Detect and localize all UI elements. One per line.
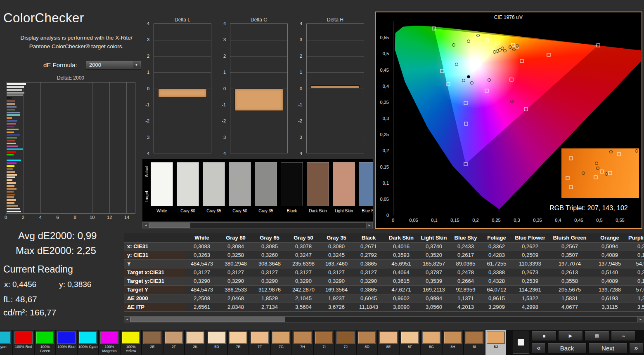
deltae-bar (7, 179, 12, 181)
current-reading-label: Current Reading (3, 264, 73, 275)
deltae-bar (7, 134, 20, 136)
patch-label: 100% Cyan (78, 345, 98, 349)
colorchecker-app: ColorChecker Display analysis is perform… (0, 0, 644, 355)
next-button[interactable]: Next (588, 343, 627, 353)
cie-inset-zoom (561, 148, 639, 198)
de-formula-dropdown[interactable]: 2000 ▼ (86, 60, 141, 70)
patch-tile-100-cyan[interactable]: 100% Cyan (78, 330, 98, 355)
scroll-right-icon[interactable]: ► (366, 223, 372, 228)
scrollbar-thumb[interactable] (130, 317, 285, 322)
measurement-marker (455, 63, 458, 66)
back-chevron-button[interactable]: « (532, 343, 546, 353)
table-cell: 0,3362 (481, 242, 512, 251)
patch-tile-100-magenta[interactable]: 100% Magenta (99, 330, 120, 355)
scrollbar-thumb[interactable] (149, 223, 190, 228)
y-value: y: 0,3836 (59, 280, 91, 289)
table-cell: 0,2622 (512, 242, 548, 251)
scroll-right-icon[interactable]: ► (637, 317, 644, 322)
delta-h-y-axis: 43210-1-2-3-4 (293, 24, 304, 153)
deltae-bar (7, 92, 24, 94)
measurement-marker (470, 81, 474, 85)
patch-label: 100% Magenta (99, 345, 120, 353)
play-button[interactable]: ▶ (558, 331, 583, 341)
gridline (154, 40, 211, 40)
table-cell: 0,3127 (286, 268, 320, 277)
patch-tile-8e[interactable]: 8E (378, 330, 399, 355)
deltae-bar (7, 129, 19, 130)
table-cell: 197,7074 (548, 259, 591, 268)
patch-tile-8f[interactable]: 8F (400, 330, 420, 355)
table-cell: 0,6045 (353, 294, 385, 303)
axis-tick-label: 4 (215, 21, 226, 26)
target-marker (432, 27, 436, 31)
inset-measurement-marker (595, 162, 598, 165)
next-chevron-button[interactable]: » (629, 343, 643, 353)
back-button[interactable]: Back (547, 343, 587, 353)
patch-tile-8j[interactable]: 8J (485, 330, 506, 355)
patch-tile-100-blue[interactable]: 100% Blue (56, 330, 77, 355)
patch-label: 8G (429, 345, 434, 349)
table-cell: 0,5094 (591, 242, 628, 251)
patch-tile-8d[interactable]: 8D (357, 330, 377, 355)
patch-color (379, 331, 398, 344)
table-cell: 0,3558 (548, 277, 591, 285)
patch-tile-8h[interactable]: 8H (443, 330, 463, 355)
patch-tile-7h[interactable]: 7H (292, 330, 313, 355)
patch-tile-5d[interactable]: 5D (206, 330, 227, 355)
table-column-header: Blue Flower (512, 233, 548, 242)
patch-label: 7E (236, 345, 240, 349)
table-cell: 2,2508 (185, 294, 219, 303)
loop-button[interactable]: ∞ (611, 331, 636, 341)
pattern-button[interactable]: ▦ (585, 331, 609, 341)
solid-patch-button[interactable] (513, 331, 529, 354)
patch-tile-7g[interactable]: 7G (271, 330, 291, 355)
patch-tile-8g[interactable]: 8G (421, 330, 442, 355)
table-cell: 312,9876 (253, 285, 286, 294)
table-cell: 64,0712 (481, 285, 512, 294)
table-column-header: Orange (591, 233, 628, 242)
scroll-left-icon[interactable]: ◄ (143, 223, 149, 228)
patch-tile-2k[interactable]: 2K (185, 330, 206, 355)
table-cell: 1,1371 (450, 294, 481, 303)
table-column-header: Bluish Green (548, 233, 591, 242)
deltae-x-axis: 02468101214 (6, 215, 135, 221)
max-de2000-stat: Max dE2000: 2,25 (16, 245, 96, 256)
target-marker (485, 39, 488, 42)
table-cell: 0,3615 (385, 277, 418, 285)
scrollbar-track[interactable] (130, 317, 637, 322)
patch-tile-7e[interactable]: 7E (228, 330, 249, 355)
stop-button[interactable]: ■ (532, 331, 556, 341)
table-cell: 0,3263 (185, 251, 219, 259)
delta-l-y-axis: 43210-1-2-3-4 (140, 24, 151, 153)
patch-tile-7i[interactable]: 7I (314, 330, 334, 355)
patch-tile-7j[interactable]: 7J (335, 330, 356, 355)
patch-tile-7f[interactable]: 7F (249, 330, 270, 355)
x-value: x: 0,4456 (4, 280, 36, 289)
patch-tile-100-yellow[interactable]: 100% Yellow (121, 330, 141, 355)
patch-label: 7F (258, 345, 262, 349)
axis-tick-label: 6 (52, 215, 64, 220)
patch-tile-2e[interactable]: 2E (142, 330, 163, 355)
inset-target-marker (600, 170, 604, 174)
chevron-down-icon[interactable]: ▼ (133, 61, 140, 68)
table-scrollbar[interactable]: ◄ ► (124, 316, 644, 322)
patch-tile-8i[interactable]: 8I (464, 330, 485, 355)
scroll-left-icon[interactable]: ◄ (124, 317, 130, 322)
gridline (307, 72, 364, 73)
delta-l-chart (154, 24, 211, 153)
table-cell: 0,2478 (628, 268, 644, 277)
scrollbar-track[interactable] (149, 223, 366, 228)
swatch-gray-80: Gray 80 (177, 162, 199, 221)
swatch-label: Gray 35 (255, 209, 277, 213)
deltae-bar (7, 176, 15, 178)
patch-tile-cyan[interactable]: Cyan (0, 330, 12, 355)
table-cell: 0,3127 (353, 268, 385, 277)
patch-label: 8E (386, 345, 391, 349)
axis-tick-label: -3 (215, 135, 226, 140)
patch-tile-100-green[interactable]: 100% Green (35, 330, 55, 355)
patch-tile-100-red[interactable]: 100% Red (13, 330, 34, 355)
swatch-scrollbar[interactable]: ◄ ► (142, 222, 373, 228)
axis-tick-label: 2 (215, 54, 226, 59)
patch-tile-2f[interactable]: 2F (163, 330, 184, 355)
patch-color (14, 331, 33, 344)
